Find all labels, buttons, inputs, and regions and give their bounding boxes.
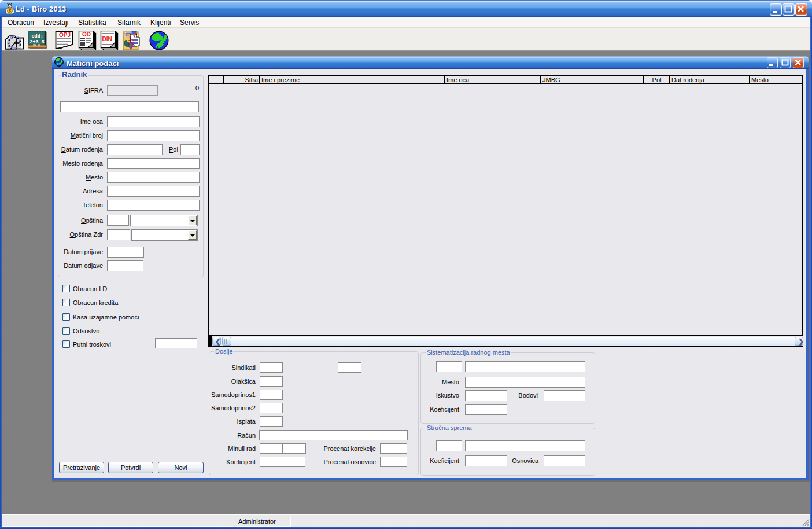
- svg-text:odd:: odd:: [32, 34, 43, 39]
- svg-text:DIN: DIN: [102, 36, 112, 42]
- svg-text:2+3=5: 2+3=5: [29, 39, 45, 45]
- svg-text:OPJ: OPJ: [59, 32, 71, 38]
- svg-text:OD: OD: [82, 31, 91, 38]
